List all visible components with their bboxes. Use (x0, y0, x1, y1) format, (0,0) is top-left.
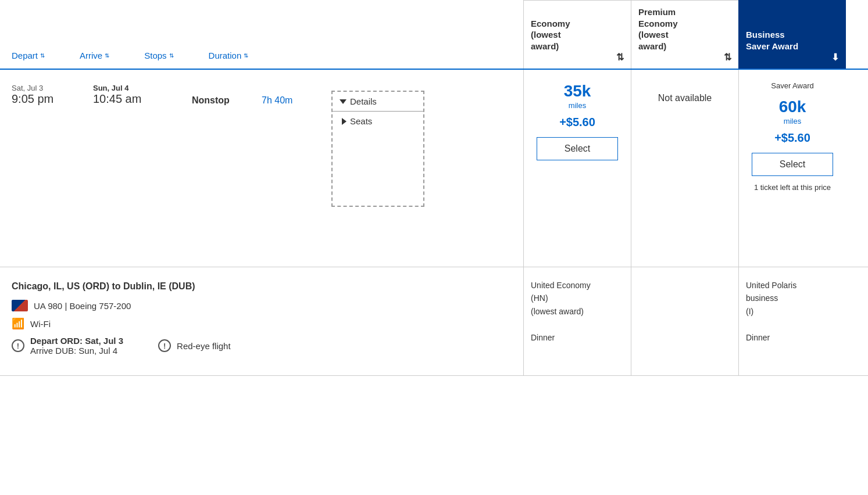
seats-button[interactable]: Seats (333, 112, 381, 131)
business-meal: Dinner (746, 331, 839, 344)
premium-col-header: Premium Economy (lowest award) ⇅ (631, 0, 738, 69)
details-button[interactable]: Details (333, 92, 384, 111)
duration-header[interactable]: Duration ⇅ (209, 51, 249, 63)
business-price-col: Saver Award 60k miles +$5.60 Select 1 ti… (738, 70, 846, 267)
details-seats-area: Details Seats (331, 91, 424, 207)
premium-col-line3: (lowest (638, 29, 731, 41)
arrive-block: Sun, Jul 4 10:45 am (93, 84, 192, 106)
depart-label: Depart (12, 51, 38, 60)
depart-arrive-info: ! Depart ORD: Sat, Jul 3 Arrive DUB: Sun… (12, 336, 512, 361)
premium-sort-icon[interactable]: ⇅ (724, 52, 731, 63)
page-container: Depart ⇅ Arrive ⇅ Stops ⇅ Duration ⇅ Eco… (0, 0, 868, 495)
business-col-header: Business Saver Award ⬇ (738, 0, 846, 69)
depart-info-line: ! Depart ORD: Sat, Jul 3 Arrive DUB: Sun… (12, 336, 123, 356)
stops-sort-icon: ⇅ (169, 53, 174, 59)
arrive-time: 10:45 am (93, 92, 192, 106)
business-fee: +$5.60 (774, 131, 810, 145)
economy-miles: 35k (564, 81, 591, 101)
airline-logo-icon (12, 300, 28, 311)
wifi-icon: 📶 (12, 317, 24, 330)
business-cabin: business (746, 292, 839, 304)
flight-info-panel: Sat, Jul 3 9:05 pm Sun, Jul 4 10:45 am N… (0, 70, 523, 267)
economy-cabin: (HN) (531, 292, 624, 304)
seats-label: Seats (350, 116, 372, 126)
business-sort-icon[interactable]: ⬇ (831, 52, 839, 63)
premium-col-line1: Premium (638, 6, 731, 18)
depart-sort-icon: ⇅ (40, 53, 45, 59)
aircraft-value: Boeing 757-200 (69, 301, 131, 311)
details-row: Chicago, IL, US (ORD) to Dublin, IE (DUB… (0, 267, 868, 376)
depart-info-icon: ! (12, 339, 24, 352)
details-triangle-icon (340, 99, 347, 104)
depart-arrive-left: ! Depart ORD: Sat, Jul 3 Arrive DUB: Sun… (12, 336, 123, 361)
premium-detail-col (631, 267, 738, 375)
economy-col-line2: (lowest (531, 29, 624, 41)
premium-col-line2: Economy (638, 18, 731, 30)
economy-fee: +$5.60 (559, 116, 595, 129)
seats-triangle-icon (342, 118, 347, 125)
wifi-label: Wi-Fi (30, 319, 51, 329)
business-class: United Polaris (746, 279, 839, 292)
not-available-label: Not available (658, 81, 712, 115)
economy-price-col: 35k miles +$5.60 Select (523, 70, 631, 267)
economy-select-button[interactable]: Select (537, 137, 618, 160)
depart-header[interactable]: Depart ⇅ (12, 51, 45, 63)
business-col-line2: Saver Award (746, 41, 839, 52)
economy-award: (lowest award) (531, 305, 624, 318)
arrive-label: Arrive (80, 51, 102, 60)
arrive-header[interactable]: Arrive ⇅ (80, 51, 109, 63)
depart-date: Sat, Jul 3 (12, 84, 93, 92)
arrive-date: Sun, Jul 4 (93, 84, 192, 92)
duration-value: 7h 40m (262, 95, 331, 106)
premium-col-line4: award) (638, 41, 731, 52)
economy-meal: Dinner (531, 331, 624, 344)
economy-class: United Economy (531, 279, 624, 292)
red-eye-line: ! Red-eye flight (158, 336, 231, 356)
arrive-info-text: Arrive DUB: Sun, Jul 4 (30, 346, 123, 356)
flight-number-line: UA 980 | Boeing 757-200 (12, 300, 512, 311)
business-detail-col: United Polaris business (I) Dinner (738, 267, 846, 375)
duration-label: Duration (209, 51, 242, 60)
ticket-left-label: 1 ticket left at this price (754, 183, 831, 192)
stops-header[interactable]: Stops ⇅ (144, 51, 173, 63)
business-miles-label: miles (784, 117, 801, 125)
economy-miles-label: miles (569, 101, 586, 110)
economy-col-line3: award) (531, 41, 624, 52)
details-box: Details Seats (331, 91, 424, 207)
depart-time: 9:05 pm (12, 92, 93, 106)
route-title: Chicago, IL, US (ORD) to Dublin, IE (DUB… (12, 281, 512, 292)
duration-sort-icon: ⇅ (244, 53, 248, 59)
business-cabin2: (I) (746, 305, 839, 318)
wifi-line: 📶 Wi-Fi (12, 317, 512, 330)
flight-main-data: Sat, Jul 3 9:05 pm Sun, Jul 4 10:45 am N… (12, 84, 512, 207)
economy-col-header: Economy (lowest award) ⇅ (523, 0, 631, 69)
business-select-button[interactable]: Select (752, 153, 833, 176)
business-miles: 60k (779, 97, 806, 117)
depart-arrive-text: Depart ORD: Sat, Jul 3 Arrive DUB: Sun, … (30, 336, 123, 356)
depart-block: Sat, Jul 3 9:05 pm (12, 84, 93, 106)
economy-sort-icon[interactable]: ⇅ (616, 52, 624, 63)
stops-label: Stops (144, 51, 166, 60)
business-col-line1: Business (746, 29, 839, 41)
depart-info-text: Depart ORD: Sat, Jul 3 (30, 336, 123, 346)
red-eye-icon: ! (158, 339, 171, 352)
business-saver-label: Saver Award (771, 81, 813, 90)
header-row: Depart ⇅ Arrive ⇅ Stops ⇅ Duration ⇅ Eco… (0, 0, 868, 70)
flight-number: UA 980 | Boeing 757-200 (34, 301, 131, 311)
premium-price-col: Not available (631, 70, 738, 267)
details-label: Details (350, 96, 377, 106)
duration-block: 7h 40m (262, 84, 331, 106)
economy-detail-col: United Economy (HN) (lowest award) Dinne… (523, 267, 631, 375)
arrive-sort-icon: ⇅ (105, 53, 109, 59)
stops-value: Nonstop (192, 95, 262, 106)
flight-row: Sat, Jul 3 9:05 pm Sun, Jul 4 10:45 am N… (0, 70, 868, 267)
column-headers: Depart ⇅ Arrive ⇅ Stops ⇅ Duration ⇅ (0, 0, 523, 69)
flight-num-value: UA 980 (34, 301, 62, 311)
red-eye-label: Red-eye flight (177, 341, 231, 351)
stops-block: Nonstop (192, 84, 262, 106)
economy-col-line1: Economy (531, 18, 624, 30)
details-left-panel: Chicago, IL, US (ORD) to Dublin, IE (DUB… (0, 267, 523, 375)
